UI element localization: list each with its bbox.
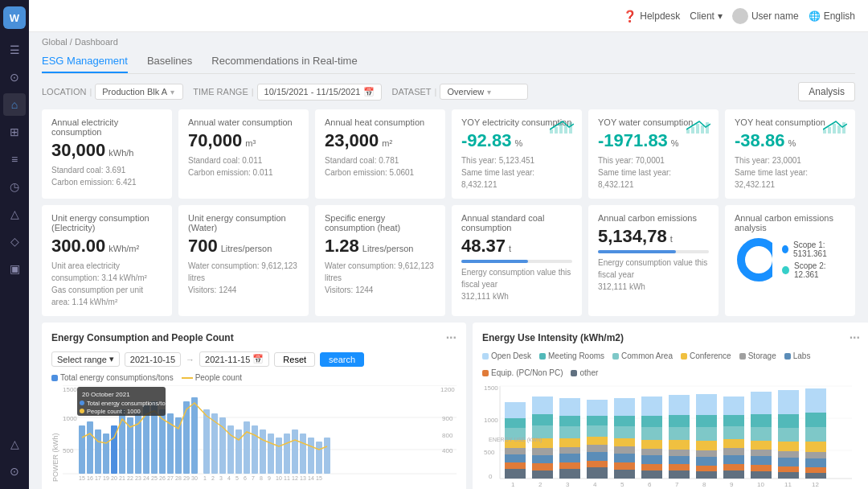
chart-more-icon[interactable]: ··· — [446, 331, 457, 345]
kpi-title: Annual electricity consumption — [51, 117, 162, 137]
nav-grid-icon[interactable]: ⊞ — [3, 121, 26, 143]
svg-text:People count : 1000: People count : 1000 — [87, 408, 141, 415]
svg-rect-1 — [555, 127, 558, 134]
svg-rect-177 — [751, 392, 772, 414]
svg-text:2: 2 — [211, 475, 215, 481]
chart-more-icon[interactable]: ··· — [850, 331, 860, 345]
svg-rect-195 — [805, 427, 826, 442]
svg-rect-50 — [284, 434, 290, 474]
scope1-color — [782, 245, 788, 253]
nav-globe-icon[interactable]: ⊙ — [3, 66, 26, 88]
svg-text:500: 500 — [63, 447, 74, 454]
svg-text:12: 12 — [812, 481, 819, 488]
kpi2-card-4: Annual carbon emissions 5,134,78 t Energ… — [588, 205, 719, 316]
svg-rect-138 — [614, 416, 635, 426]
kpi-card-2: Annual heat consumption 23,000 m² Standa… — [315, 109, 445, 199]
language-selector[interactable]: 🌐 English — [809, 10, 855, 22]
user-profile[interactable]: User name — [732, 8, 799, 24]
svg-rect-0 — [550, 129, 553, 134]
svg-rect-200 — [805, 473, 826, 479]
kpi-title: Annual carbon emissions analysis — [735, 213, 845, 232]
svg-text:0: 0 — [489, 473, 493, 480]
svg-rect-130 — [587, 416, 608, 425]
svg-rect-9 — [706, 122, 709, 134]
nav-alert-icon[interactable]: △ — [3, 433, 26, 455]
chevron-down-icon: ▾ — [487, 88, 491, 97]
kpi-sub: This year: 23,0001Same time last year: 3… — [735, 154, 845, 191]
kpi-row-1: Annual electricity consumption 30,000 kW… — [42, 109, 855, 199]
search-button[interactable]: search — [320, 352, 364, 367]
nav-clock-icon[interactable]: ◷ — [3, 175, 26, 198]
nav-menu-icon[interactable]: ☰ — [3, 39, 26, 61]
svg-rect-125 — [559, 447, 580, 454]
tab-esg-management[interactable]: ESG Management — [42, 50, 128, 73]
svg-text:5: 5 — [235, 475, 239, 481]
nav-bottom-icon[interactable]: ⊙ — [3, 460, 26, 483]
svg-rect-26 — [87, 421, 93, 474]
reset-button[interactable]: Reset — [274, 352, 315, 367]
svg-rect-191 — [778, 466, 799, 472]
svg-rect-131 — [587, 425, 608, 437]
svg-rect-10 — [823, 129, 826, 134]
kpi-sub: This year: 5,123.451Same time last year:… — [461, 154, 572, 191]
nav-chart-icon[interactable]: △ — [3, 203, 26, 225]
app-logo[interactable]: W — [3, 6, 26, 29]
kpi-card-3: YOY electricity consumption -92.83 % Thi… — [452, 109, 582, 199]
svg-rect-187 — [778, 428, 799, 442]
svg-rect-192 — [778, 472, 799, 479]
legend-bar-color — [51, 375, 58, 381]
kpi-value: 23,000 m² — [325, 130, 436, 151]
analysis-button[interactable]: Analysis — [798, 82, 855, 101]
kpi-value: 30,000 kWh/h — [51, 140, 162, 161]
svg-rect-117 — [532, 448, 553, 455]
nav-list-icon[interactable]: ≡ — [3, 148, 26, 171]
svg-rect-173 — [723, 448, 744, 455]
svg-rect-148 — [641, 440, 662, 449]
svg-rect-159 — [669, 464, 690, 471]
nav-settings-icon[interactable]: ▣ — [3, 257, 26, 280]
dataset-select[interactable]: Overview ▾ — [440, 84, 528, 100]
tab-recommendations[interactable]: Recommendations in Real-time — [211, 50, 357, 73]
svg-text:3: 3 — [566, 481, 570, 488]
helpdesk-button[interactable]: ❓ Helpdesk — [623, 10, 680, 23]
nav-home-icon[interactable]: ⌂ — [3, 93, 26, 116]
svg-rect-114 — [532, 414, 553, 425]
svg-text:3: 3 — [219, 475, 223, 481]
legend-bar-item: Total energy consumptions/tons — [51, 373, 174, 382]
range-select[interactable]: Select range ▾ — [51, 351, 120, 367]
legend-item-5: Labs — [784, 351, 811, 360]
svg-text:15: 15 — [316, 475, 322, 481]
svg-rect-127 — [559, 462, 580, 469]
nav-diamond-icon[interactable]: ◇ — [3, 230, 26, 253]
svg-text:1500: 1500 — [484, 384, 498, 392]
svg-rect-49 — [276, 438, 282, 474]
client-dropdown[interactable]: Client ▾ — [690, 10, 723, 22]
svg-text:4: 4 — [593, 481, 597, 488]
svg-text:25: 25 — [151, 475, 158, 481]
svg-rect-13 — [837, 125, 841, 134]
svg-rect-175 — [723, 464, 744, 471]
tab-baselines[interactable]: Baselines — [147, 50, 192, 73]
kpi-value: 70,000 m³ — [188, 130, 299, 151]
svg-rect-150 — [641, 455, 662, 464]
svg-rect-25 — [79, 425, 85, 474]
energy-chart-title: Energy Consumption and People Count — [51, 332, 234, 343]
intensity-chart-svg: 1500 1000 500 0 — [482, 382, 860, 489]
date-from[interactable]: 2021-10-15 — [125, 352, 181, 367]
legend-item-0: Open Desk — [482, 351, 531, 360]
energy-intensity-chart: Energy Use Intensity (kWh/m2) ··· Open D… — [473, 323, 868, 489]
kpi-card-1: Annual water consumption 70,000 m³ Stand… — [178, 109, 309, 199]
svg-rect-140 — [614, 438, 635, 446]
location-select[interactable]: Production Blk A ▾ — [95, 84, 183, 100]
date-to[interactable]: 2021-11-15 📅 — [199, 351, 269, 367]
legend-color-7 — [571, 370, 577, 376]
legend-item-6: Equip. (PC/Non PC) — [482, 368, 563, 377]
svg-rect-171 — [723, 426, 744, 439]
time-range-select[interactable]: 10/15/2021 - 11/15/2021 📅 — [257, 84, 383, 101]
svg-rect-106 — [505, 418, 526, 428]
svg-rect-54 — [316, 442, 322, 474]
svg-rect-199 — [805, 467, 826, 473]
legend-item-3: Conference — [681, 351, 731, 360]
svg-rect-154 — [669, 415, 690, 427]
kpi-card-5: YOY heat consumption -38.86 % This year:… — [725, 109, 855, 199]
